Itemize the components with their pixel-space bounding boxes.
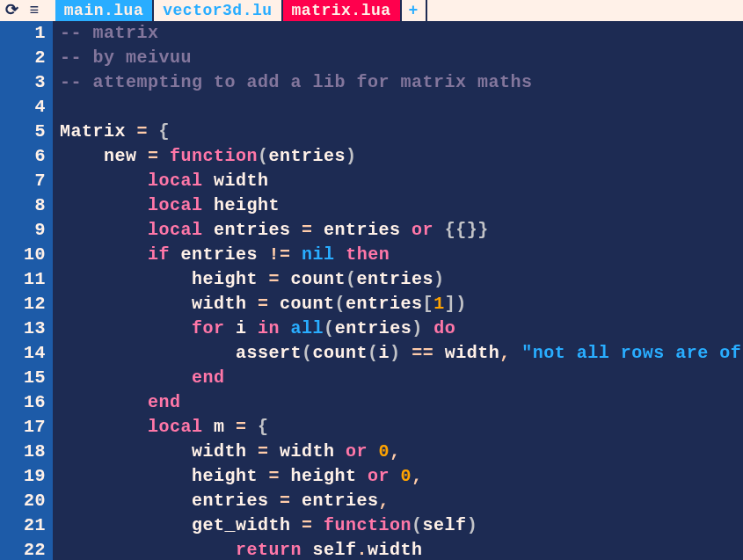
code-line: local entries = entries or {{}} — [60, 218, 743, 243]
code-area[interactable]: -- matrix-- by meivuu-- attempting to ad… — [53, 21, 743, 560]
menu-icon[interactable]: ≡ — [25, 0, 45, 21]
line-number: 18 — [4, 440, 46, 464]
line-number: 20 — [4, 489, 46, 513]
code-line: height = count(entries) — [60, 267, 743, 292]
code-line: local height — [60, 193, 743, 218]
code-line: new = function(entries) — [60, 144, 743, 169]
line-number: 7 — [4, 169, 46, 193]
line-number: 16 — [4, 390, 46, 415]
refresh-icon[interactable]: ⟳ — [0, 0, 25, 21]
code-line: assert(count(i) == width, "not all rows … — [60, 341, 743, 366]
line-number: 8 — [4, 193, 46, 218]
code-line: entries = entries, — [60, 489, 743, 513]
line-number: 15 — [4, 366, 46, 390]
code-line: -- attempting to add a lib for matrix ma… — [60, 70, 743, 95]
code-line: local m = { — [60, 415, 743, 440]
line-number: 21 — [4, 513, 46, 538]
code-line: get_width = function(self) — [60, 513, 743, 538]
line-number: 10 — [4, 243, 46, 267]
line-number: 6 — [4, 144, 46, 169]
tab-new[interactable]: + — [402, 0, 427, 21]
code-line: end — [60, 366, 743, 390]
code-line: if entries != nil then — [60, 243, 743, 267]
line-number: 4 — [4, 95, 46, 120]
line-number: 19 — [4, 464, 46, 489]
line-number: 3 — [4, 70, 46, 95]
code-line: for i in all(entries) do — [60, 316, 743, 341]
code-line: return self.width — [60, 538, 743, 560]
code-line: width = width or 0, — [60, 440, 743, 464]
tab-vector3d-lu[interactable]: vector3d.lu — [154, 0, 282, 21]
line-number: 17 — [4, 415, 46, 440]
line-number-gutter: 12345678910111213141516171819202122 — [0, 21, 53, 560]
code-line: local width — [60, 169, 743, 193]
tab-matrix-lua[interactable]: matrix.lua — [283, 0, 402, 21]
code-line: -- matrix — [60, 21, 743, 46]
code-line: -- by meivuu — [60, 46, 743, 70]
line-number: 2 — [4, 46, 46, 70]
line-number: 11 — [4, 267, 46, 292]
line-number: 22 — [4, 538, 46, 560]
line-number: 12 — [4, 292, 46, 316]
tabs-container: main.luavector3d.lumatrix.lua+ — [55, 0, 427, 21]
line-number: 13 — [4, 316, 46, 341]
line-number: 14 — [4, 341, 46, 366]
code-line: width = count(entries[1]) — [60, 292, 743, 316]
line-number: 1 — [4, 21, 46, 46]
tab-main-lua[interactable]: main.lua — [55, 0, 154, 21]
code-line: height = height or 0, — [60, 464, 743, 489]
code-line: Matrix = { — [60, 120, 743, 144]
line-number: 5 — [4, 120, 46, 144]
topbar: ⟳ ≡ main.luavector3d.lumatrix.lua+ — [0, 0, 743, 21]
editor: 12345678910111213141516171819202122 -- m… — [0, 21, 743, 560]
code-line: end — [60, 390, 743, 415]
line-number: 9 — [4, 218, 46, 243]
code-line — [60, 95, 743, 120]
